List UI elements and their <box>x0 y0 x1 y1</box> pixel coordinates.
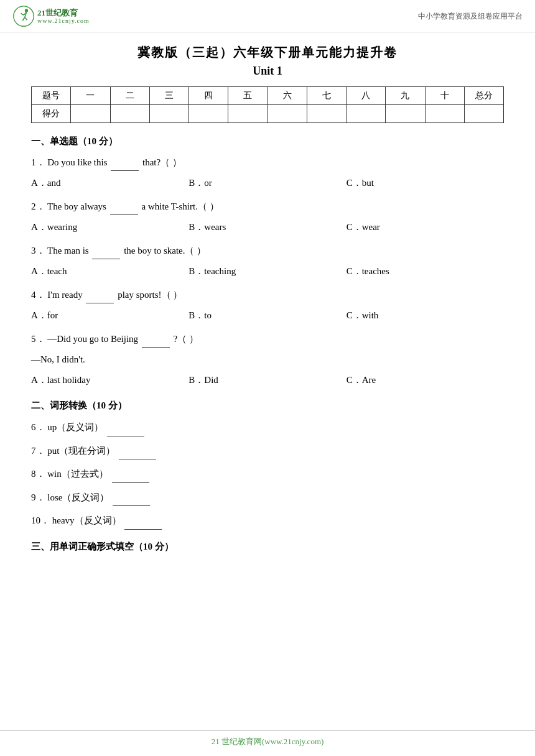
q1-opt-a-val: and <box>47 178 61 188</box>
q3-options: A．teach B．teaching C．teaches <box>31 263 504 280</box>
q1-opt-a-label: A． <box>31 178 47 188</box>
q5-opt-a-val: last holiday <box>47 375 91 385</box>
q3-opt-a-label: A． <box>31 266 47 276</box>
score-th-8: 八 <box>347 87 386 105</box>
fill-q8-text: win（过去式） <box>47 469 108 479</box>
q2-opt-b-label: B． <box>188 222 204 232</box>
fill-q8-blank <box>112 464 149 483</box>
fill-q9-text: lose（反义词） <box>47 492 109 502</box>
svg-point-1 <box>25 9 28 12</box>
fill-q7: 7． put（现在分词） <box>31 441 504 460</box>
q1-opt-b-label: B． <box>188 178 204 188</box>
q4-opt-b-val: to <box>204 310 212 320</box>
fill-q9-number: 9． <box>31 492 45 502</box>
score-th-1: 一 <box>71 87 110 105</box>
fill-q6-number: 6． <box>31 422 45 432</box>
platform-name: 中小学教育资源及组卷应用平台 <box>418 11 523 22</box>
page-footer: 21 世纪教育网(www.21cnjy.com) <box>0 731 535 750</box>
q1-number: 1． <box>31 157 45 167</box>
q5-option-b: B．Did <box>188 372 346 389</box>
fill-q9-blank <box>113 488 150 507</box>
score-th-3: 三 <box>149 87 188 105</box>
fill-q6-blank <box>107 418 144 436</box>
q5-blank <box>142 330 170 348</box>
q4-text-before: I'm ready <box>47 290 82 300</box>
q5-text-before: —Did you go to Beijing <box>47 334 138 344</box>
q4-opt-a-label: A． <box>31 310 47 320</box>
section3-title: 三、用单词正确形式填空（10 分） <box>31 541 504 553</box>
q3-opt-c-label: C． <box>347 266 362 276</box>
q2-option-a: A．wearing <box>31 219 188 236</box>
score-cell-8 <box>347 105 386 123</box>
q5-options: A．last holiday B．Did C．Are <box>31 372 504 389</box>
score-th-5: 五 <box>228 87 268 105</box>
score-th-10: 十 <box>425 87 464 105</box>
q5-reply: —No, I didn't. <box>31 351 504 368</box>
q4-opt-b-label: B． <box>188 310 204 320</box>
q4-options: A．for B．to C．with <box>31 307 504 324</box>
q2-opt-b-val: wears <box>204 222 226 232</box>
q2-text-after: a white T-shirt.（ ） <box>141 201 218 211</box>
q3-opt-c-val: teaches <box>362 266 389 276</box>
q2-option-c: C．wear <box>347 219 504 236</box>
q5-reply-text: —No, I didn't. <box>31 354 85 364</box>
logo-brand: 21世纪教育 <box>37 8 90 18</box>
fill-q7-text: put（现在分词） <box>47 446 115 456</box>
q4-option-c: C．with <box>347 307 504 324</box>
page-header: 21世纪教育 www.21cnjy.com 中小学教育资源及组卷应用平台 <box>0 0 535 33</box>
fill-q6-text: up（反义词） <box>47 422 103 432</box>
q5-opt-a-label: A． <box>31 375 47 385</box>
fill-q10: 10． heavy（反义词） <box>31 511 504 530</box>
q5-opt-b-val: Did <box>204 375 218 385</box>
score-th-6: 六 <box>268 87 307 105</box>
fill-q6: 6． up（反义词） <box>31 418 504 436</box>
q2-option-b: B．wears <box>188 219 346 236</box>
q2-text-before: The boy always <box>47 201 106 211</box>
q2-blank <box>110 198 138 215</box>
q1-opt-c-val: but <box>362 178 374 188</box>
q1-text-after: that?（ ） <box>142 157 182 167</box>
fill-q7-blank <box>119 441 156 460</box>
q3-text-after: the boy to skate.（ ） <box>124 246 206 256</box>
q1-option-a: A．and <box>31 175 188 191</box>
score-cell-4 <box>189 105 228 123</box>
q5-opt-c-label: C． <box>347 375 362 385</box>
footer-text: 21 世纪教育网(www.21cnjy.com) <box>212 737 324 746</box>
q1-options: A．and B．or C．but <box>31 175 504 191</box>
fill-q9: 9． lose（反义词） <box>31 488 504 507</box>
q1-blank <box>111 154 139 171</box>
fill-q8-number: 8． <box>31 469 45 479</box>
q4-text-after: play sports!（ ） <box>118 290 182 300</box>
score-cell-2 <box>110 105 149 123</box>
score-th-9: 九 <box>386 87 425 105</box>
q1-option-b: B．or <box>188 175 346 191</box>
q3-blank <box>92 242 120 259</box>
score-th-4: 四 <box>189 87 228 105</box>
q2-options: A．wearing B．wears C．wear <box>31 219 504 236</box>
fill-q10-blank <box>124 511 162 530</box>
score-th-label: 题号 <box>32 87 71 105</box>
q4-opt-a-val: for <box>47 310 58 320</box>
q3-number: 3． <box>31 246 45 256</box>
question-4: 4． I'm ready play sports!（ ） <box>31 286 504 303</box>
q3-opt-b-label: B． <box>188 266 204 276</box>
q5-text-after: ?（ ） <box>174 334 198 344</box>
q1-text-before: Do you like this <box>47 157 107 167</box>
q4-opt-c-label: C． <box>347 310 362 320</box>
score-cell-total <box>464 105 503 123</box>
q3-option-c: C．teaches <box>347 263 504 280</box>
score-cell-5 <box>228 105 268 123</box>
section1-title: 一、单选题（10 分） <box>31 136 504 147</box>
unit-title: Unit 1 <box>31 65 504 78</box>
score-cell-9 <box>386 105 425 123</box>
q5-number: 5． <box>31 334 45 344</box>
q5-option-a: A．last holiday <box>31 372 188 389</box>
q2-opt-c-label: C． <box>347 222 362 232</box>
score-cell-3 <box>149 105 188 123</box>
q5-option-c: C．Are <box>347 372 504 389</box>
q1-opt-c-label: C． <box>347 178 362 188</box>
fill-q8: 8． win（过去式） <box>31 464 504 483</box>
q2-opt-a-val: wearing <box>47 222 77 232</box>
logo-url: www.21cnjy.com <box>37 17 90 24</box>
q2-number: 2． <box>31 201 45 211</box>
